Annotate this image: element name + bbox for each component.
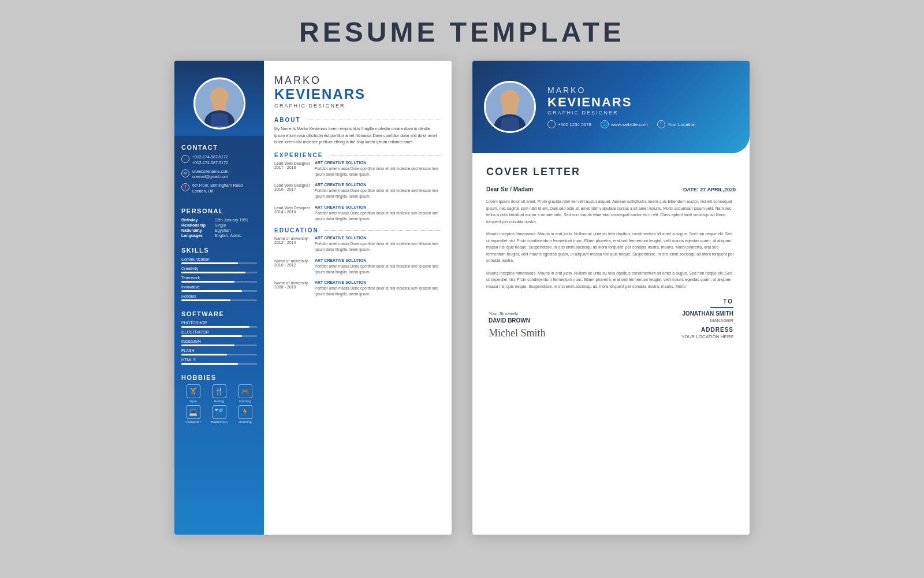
exp-item-3: Lead Web Designer2014 - 2016 ART CREATIV… [274,205,441,222]
resume-firstname: MARKO [274,75,441,87]
software-heading: SOFTWARE [181,310,257,317]
hobby-running: 🏃 Running [233,405,257,424]
cl-lastname: KEVIENARS [547,95,736,110]
cl-photo [484,81,536,133]
cl-jobtitle: GRAPHIC DESIGNER [547,110,736,116]
email-icon: ✉ [181,169,189,177]
hobbies-grid: 🏋 Gym 🍴 Eating 🎮 Gaming 💻 Computer [181,384,257,424]
cl-paragraph-1: Lorem Ipsum dolor sit amet. Proin gravid… [486,198,736,225]
exp-item-1: Lead Web Designer2017 - 2018 ART CREATIV… [274,161,441,177]
skill-innovative: Innovative [181,285,257,292]
cl-address-label: ADDRESS [701,327,733,333]
sidebar-photo-area [174,61,264,136]
cl-body: COVER LETTER Dear Sir / Madam DATE: 27 A… [472,153,750,535]
personal-languages-row: Languages English, Arabic [181,234,257,238]
svg-rect-7 [502,102,517,114]
edu-item-1: Name of university2012 - 2014 ART CREATI… [274,236,441,253]
personal-birthday-row: Birthday 12th January 1991 [181,218,257,222]
education-section: EDUCATION Name of university2012 - 2014 … [274,227,441,303]
cl-sincerely: Your Sincerely [489,311,546,316]
cl-title: COVER LETTER [486,166,736,178]
contact-phone: 📞 +012-174-587-5172 +012-174-587-5172 [181,154,257,166]
contact-address-text: 6th Floor, Birmingham Road London, UK [192,183,257,194]
contact-email-text: urwebsitename.com uremail@gmail.com [192,169,229,180]
personal-nationality-row: Nationality Egyptian [181,228,257,232]
sidebar-contact-section: CONTACT 📞 +012-174-587-5172 +012-174-587… [174,136,264,199]
cl-header: MARKO KEVIENARS GRAPHIC DESIGNER 📞 +000 … [472,61,750,153]
hobby-computer: 💻 Computer [181,405,205,424]
education-heading: EDUCATION [274,227,441,234]
contact-phone-text: +012-174-587-5172 +012-174-587-5172 [192,154,228,166]
contact-address: 📍 6th Floor, Birmingham Road London, UK [181,183,257,194]
cl-phone-icon: 📞 [547,120,556,128]
software-illustrator: ILLUSTRATOR [181,330,257,337]
cl-paragraph-2: Mauris inceptos himenaeos. Mauris in era… [486,231,736,264]
personal-relationship-row: Relationship Single [181,223,257,227]
skills-heading: SKILLS [181,247,257,254]
edu-item-3: Name of university2008 - 2010 ART CREATI… [274,280,441,297]
software-photoshop: PHOTOSHOP [181,321,257,328]
page-title: RESUME TEMPLATE [299,16,625,48]
skill-communication: Communication [181,257,257,264]
cl-paragraph-3: Mauris inceptos himenaeos. Mauris in era… [486,270,736,290]
skill-teamwork: Teamwork [181,276,257,283]
skill-creativity: Creativity [181,266,257,273]
software-indesign: INDESIGN [181,339,257,346]
cl-to-label: TO [723,298,733,305]
cl-contact-row: 📞 +000 1234 5678 🌐 www.website.com 📍 You… [547,120,736,128]
about-text: My Name Is Marko Kevienars lorem empus i… [274,125,441,145]
cl-signature: Michel Smith [489,327,546,339]
hobby-eating: 🍴 Eating [207,384,231,403]
cl-website-text: www.website.com [611,122,648,127]
cl-date: DATE: 27 APRIL,2020 [683,187,736,192]
cl-firstname: MARKO [547,86,736,95]
cl-address-value: YOUR LOCATION HERE [681,334,733,339]
exp-item-2: Lead Web Designer2016 - 2017 ART CREATIV… [274,183,441,199]
svg-rect-3 [213,99,226,110]
hobby-gaming: 🎮 Gaming [233,384,257,403]
about-heading: ABOUT [274,117,441,123]
sidebar-hobbies-section: HOBBIES 🏋 Gym 🍴 Eating 🎮 Gaming [174,368,264,426]
cl-footer: Your Sincerely DAVID BROWN Michel Smith … [486,298,736,339]
resume-main-content: MARKO KEVIENARS GRAPHIC DESIGNER ABOUT M… [264,61,452,535]
about-section: ABOUT My Name Is Marko Kevienars lorem e… [274,117,441,152]
resume-photo [193,77,245,129]
resume-lastname: KEVIENARS [274,87,441,102]
cl-to-divider [710,307,733,308]
personal-heading: PERSONAL [181,208,257,214]
cl-phone-text: +000 1234 5678 [558,122,591,127]
resume-document: CONTACT 📞 +012-174-587-5172 +012-174-587… [174,61,452,535]
cl-recipient-title: MANAGER [710,318,733,323]
sidebar-skills-section: SKILLS Communication Creativity Teamwork… [174,241,264,305]
contact-heading: CONTACT [181,144,257,151]
resume-jobtitle: GRAPHIC DESIGNER [274,103,441,109]
cl-location-text: Your Location [668,122,696,127]
cl-photo-area [472,72,547,142]
documents-row: CONTACT 📞 +012-174-587-5172 +012-174-587… [174,61,750,535]
cl-to-area: TO JONATHAN SMITH MANAGER ADDRESS YOUR L… [681,298,733,339]
sidebar-software-section: SOFTWARE PHOTOSHOP ILLUSTRATOR INDESIGN … [174,305,264,368]
experience-heading: EXPERIENCE [274,152,441,158]
resume-sidebar: CONTACT 📞 +012-174-587-5172 +012-174-587… [174,61,264,535]
hobby-gym: 🏋 Gym [181,384,205,403]
hobbies-heading: HOBBIES [181,374,257,381]
cl-dear-row: Dear Sir / Madam DATE: 27 APRIL,2020 [486,186,736,192]
coverletter-document: MARKO KEVIENARS GRAPHIC DESIGNER 📞 +000 … [472,61,750,535]
resume-name-area: MARKO KEVIENARS GRAPHIC DESIGNER [274,75,441,109]
cl-recipient-name: JONATHAN SMITH [682,310,733,317]
skill-hobbies: Hobbies [181,294,257,301]
cl-website-icon: 🌐 [601,120,609,128]
cl-sign-area: Your Sincerely DAVID BROWN Michel Smith [489,311,546,339]
location-icon: 📍 [181,183,189,191]
cl-name-area: MARKO KEVIENARS GRAPHIC DESIGNER 📞 +000 … [547,86,736,128]
cl-location-item: 📍 Your Location [657,120,696,128]
contact-email: ✉ urwebsitename.com uremail@gmail.com [181,169,257,180]
edu-item-2: Name of university2010 - 2012 ART CREATI… [274,258,441,275]
cl-location-icon: 📍 [657,120,665,128]
hobby-badminton: 🏸 Badminton [207,405,231,424]
cl-phone-item: 📞 +000 1234 5678 [547,120,591,128]
phone-icon: 📞 [181,155,189,163]
cl-signer-name: DAVID BROWN [489,317,546,324]
cl-dear: Dear Sir / Madam [486,186,533,192]
experience-section: EXPERIENCE Lead Web Designer2017 - 2018 … [274,152,441,228]
